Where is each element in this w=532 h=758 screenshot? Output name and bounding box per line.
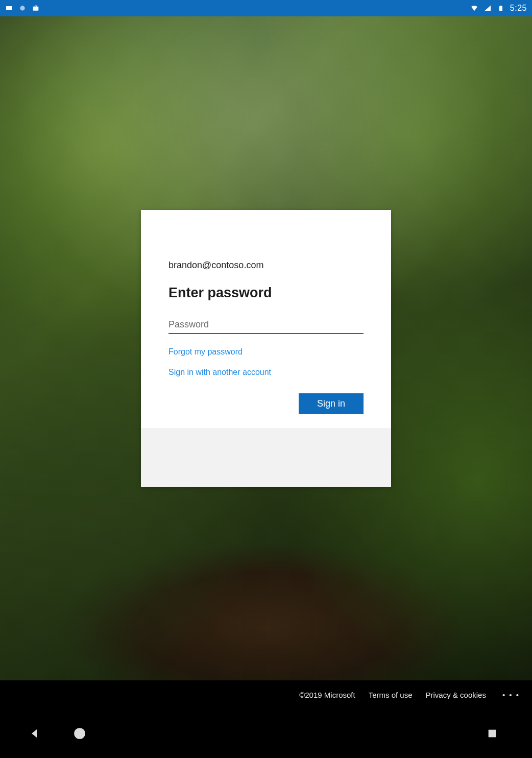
- sync-icon: [18, 4, 27, 12]
- privacy-cookies-link[interactable]: Privacy & cookies: [426, 691, 486, 699]
- battery-icon: [497, 4, 505, 12]
- terms-of-use-link[interactable]: Terms of use: [369, 691, 413, 699]
- sign-in-button[interactable]: Sign in: [299, 393, 364, 414]
- forgot-password-link[interactable]: Forgot my password: [168, 347, 364, 357]
- svg-rect-0: [6, 6, 12, 10]
- login-card-footer: [141, 428, 391, 487]
- account-email: brandon@contoso.com: [168, 260, 364, 271]
- more-options-button[interactable]: • • •: [499, 691, 523, 699]
- password-input[interactable]: [168, 314, 364, 334]
- page-footer: ©2019 Microsoft Terms of use Privacy & c…: [0, 680, 532, 709]
- login-card: brandon@contoso.com Enter password Forgo…: [141, 210, 391, 487]
- login-card-body: brandon@contoso.com Enter password Forgo…: [141, 210, 391, 428]
- android-nav-bar: [0, 709, 532, 758]
- copyright-text: ©2019 Microsoft: [299, 691, 355, 699]
- android-status-bar: 5:25: [0, 0, 532, 16]
- wifi-icon: [470, 4, 478, 12]
- status-time: 5:25: [510, 4, 527, 13]
- svg-point-2: [74, 728, 85, 739]
- page-title: Enter password: [168, 285, 364, 301]
- svg-rect-3: [489, 729, 496, 737]
- keyboard-icon: [5, 4, 13, 12]
- nav-recent-apps-button[interactable]: [485, 726, 499, 741]
- sign-in-another-account-link[interactable]: Sign in with another account: [168, 368, 364, 377]
- cell-signal-icon: [483, 4, 492, 12]
- briefcase-icon: [32, 4, 40, 12]
- nav-back-button[interactable]: [28, 726, 42, 741]
- actions-row: Sign in: [168, 393, 364, 414]
- background-image: brandon@contoso.com Enter password Forgo…: [0, 16, 532, 680]
- nav-home-button[interactable]: [72, 726, 87, 741]
- svg-point-1: [20, 6, 25, 10]
- status-right-icons: 5:25: [470, 4, 527, 13]
- status-left-icons: [5, 4, 40, 12]
